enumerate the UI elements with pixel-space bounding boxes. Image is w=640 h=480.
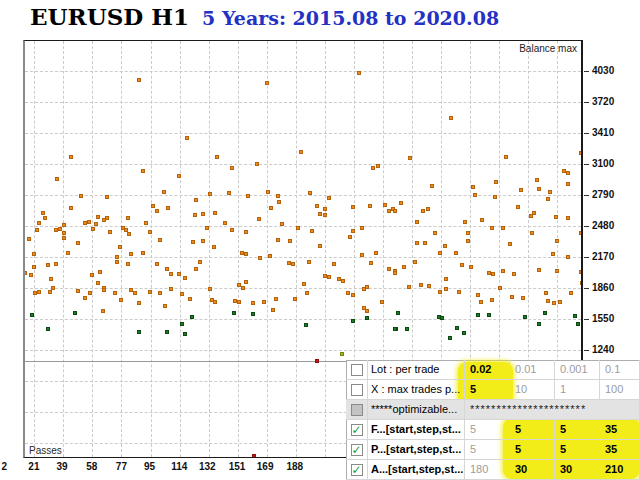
scatter-point[interactable] [443, 244, 447, 248]
param-value[interactable]: 30 [555, 460, 600, 480]
scatter-point[interactable] [32, 252, 36, 256]
scatter-point[interactable] [548, 190, 552, 194]
param-value[interactable]: 0.02 [465, 360, 510, 380]
scatter-point[interactable] [469, 265, 473, 269]
scatter-point[interactable] [455, 326, 459, 330]
scatter-point[interactable] [280, 222, 284, 226]
scatter-point[interactable] [79, 194, 83, 198]
param-label[interactable]: A...[start,step,st... [368, 460, 465, 480]
scatter-point[interactable] [535, 178, 539, 182]
param-value[interactable]: 210 [600, 460, 640, 480]
scatter-point[interactable] [137, 301, 141, 305]
scatter-point[interactable] [129, 252, 133, 256]
scatter-point[interactable] [491, 272, 495, 276]
scatter-point[interactable] [576, 322, 580, 326]
scatter-point[interactable] [258, 256, 262, 260]
scatter-point[interactable] [35, 228, 39, 232]
scatter-point[interactable] [177, 272, 181, 276]
scatter-point[interactable] [413, 260, 417, 264]
scatter-point[interactable] [237, 300, 241, 304]
scatter-point[interactable] [240, 251, 244, 255]
scatter-point[interactable] [580, 281, 583, 285]
scatter-point[interactable] [148, 230, 152, 234]
scatter-point[interactable] [105, 195, 109, 199]
param-checkbox[interactable] [351, 364, 363, 376]
scatter-point[interactable] [165, 330, 169, 334]
scatter-point[interactable] [62, 236, 66, 240]
scatter-point[interactable] [276, 194, 280, 198]
scatter-point[interactable] [573, 314, 577, 318]
scatter-point[interactable] [269, 206, 273, 210]
param-value[interactable]: 5 [510, 440, 555, 460]
scatter-point[interactable] [415, 220, 419, 224]
param-checkbox[interactable]: ✓ [351, 424, 363, 436]
scatter-point[interactable] [490, 226, 494, 230]
scatter-point[interactable] [566, 171, 570, 175]
scatter-point[interactable] [96, 281, 100, 285]
scatter-point[interactable] [471, 185, 475, 189]
scatter-point[interactable] [387, 209, 391, 213]
scatter-point[interactable] [566, 255, 570, 259]
scatter-point[interactable] [166, 206, 170, 210]
scatter-point[interactable] [346, 291, 350, 295]
scatter-point[interactable] [215, 155, 219, 159]
scatter-point[interactable] [148, 290, 152, 294]
scatter-point[interactable] [252, 454, 256, 458]
scatter-point[interactable] [512, 272, 516, 276]
scatter-point[interactable] [105, 216, 109, 220]
scatter-point[interactable] [562, 169, 566, 173]
scatter-point[interactable] [579, 231, 583, 235]
scatter-point[interactable] [169, 287, 173, 291]
scatter-point[interactable] [54, 262, 58, 266]
scatter-point[interactable] [415, 241, 419, 245]
scatter-point[interactable] [73, 311, 77, 315]
scatter-point[interactable] [137, 78, 141, 82]
scatter-point[interactable] [463, 220, 467, 224]
scatter-point[interactable] [37, 290, 41, 294]
scatter-point[interactable] [169, 272, 173, 276]
scatter-point[interactable] [102, 288, 106, 292]
scatter-point[interactable] [566, 182, 570, 186]
scatter-point[interactable] [558, 300, 562, 304]
scatter-point[interactable] [351, 319, 355, 323]
scatter-point[interactable] [466, 239, 470, 243]
scatter-point[interactable] [32, 265, 36, 269]
param-label[interactable]: Lot : per trade [368, 360, 465, 380]
scatter-point[interactable] [126, 262, 130, 266]
param-label[interactable]: X : max trades p... [368, 380, 465, 400]
scatter-point[interactable] [87, 220, 91, 224]
scatter-point[interactable] [177, 174, 181, 178]
scatter-point[interactable] [76, 289, 80, 293]
scatter-point[interactable] [315, 359, 319, 363]
param-value[interactable]: 5 [465, 380, 510, 400]
scatter-point[interactable] [251, 312, 255, 316]
scatter-point[interactable] [191, 240, 195, 244]
scatter-point[interactable] [287, 261, 291, 265]
scatter-point[interactable] [421, 209, 425, 213]
scatter-point[interactable] [244, 252, 248, 256]
scatter-point[interactable] [566, 216, 570, 220]
param-value[interactable]: 100 [600, 380, 640, 400]
scatter-point[interactable] [165, 267, 169, 271]
scatter-point[interactable] [444, 287, 448, 291]
scatter-point[interactable] [449, 116, 453, 120]
scatter-point[interactable] [438, 290, 442, 294]
scatter-point[interactable] [368, 204, 372, 208]
scatter-point[interactable] [296, 226, 300, 230]
scatter-point[interactable] [433, 231, 437, 235]
scatter-point[interactable] [530, 231, 534, 235]
scatter-point[interactable] [299, 150, 303, 154]
param-value[interactable]: 5 [465, 440, 510, 460]
scatter-point[interactable] [493, 195, 497, 199]
scatter-point[interactable] [158, 291, 162, 295]
scatter-point[interactable] [115, 255, 119, 259]
scatter-point[interactable] [262, 300, 266, 304]
scatter-point[interactable] [323, 207, 327, 211]
scatter-point[interactable] [365, 316, 369, 320]
scatter-point[interactable] [419, 283, 423, 287]
scatter-point[interactable] [462, 331, 466, 335]
scatter-point[interactable] [407, 285, 411, 289]
scatter-point[interactable] [194, 267, 198, 271]
scatter-point[interactable] [183, 332, 187, 336]
scatter-point[interactable] [357, 71, 361, 75]
